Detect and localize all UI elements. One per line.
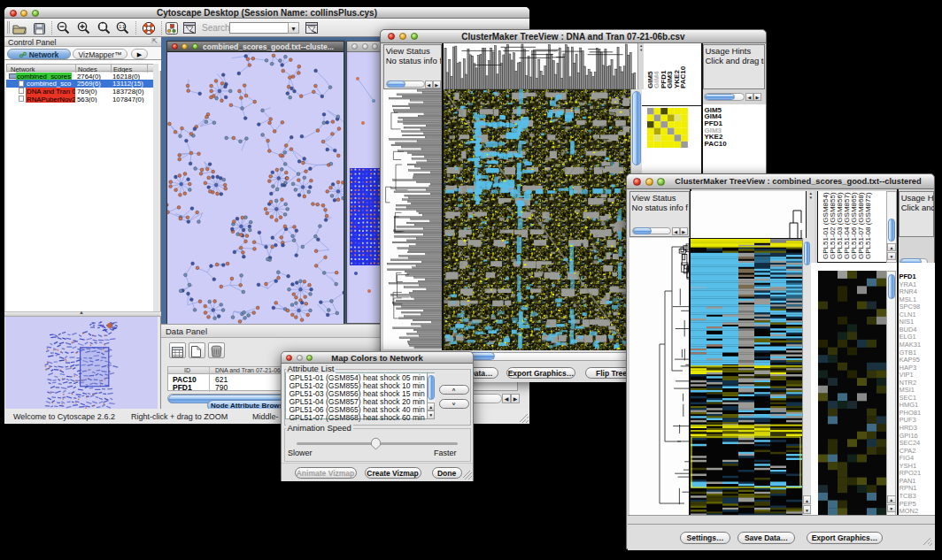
svg-text:1:1: 1:1 (119, 24, 125, 29)
